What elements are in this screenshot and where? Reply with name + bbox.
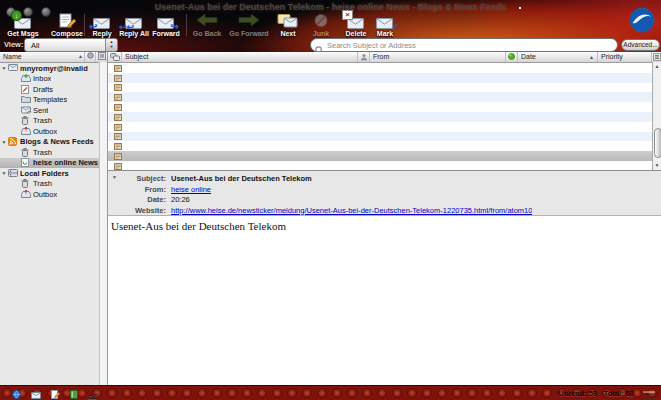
website-link[interactable]: http://www.heise.de/newsticker/meldung/U… bbox=[171, 206, 532, 215]
subject-column-header[interactable]: Subject bbox=[122, 52, 358, 62]
from-column-header[interactable]: From bbox=[370, 52, 506, 62]
templates-icon bbox=[21, 95, 32, 104]
outbox-icon bbox=[21, 190, 32, 199]
message-row[interactable] bbox=[108, 73, 661, 83]
total-count: Total: 60 bbox=[604, 389, 634, 398]
toolbar-button-next[interactable]: Next bbox=[271, 13, 305, 37]
message-row[interactable] bbox=[108, 141, 661, 151]
date-label: Date: bbox=[122, 195, 166, 206]
message-row[interactable] bbox=[108, 112, 661, 122]
trash-icon bbox=[21, 148, 32, 157]
from-link[interactable]: heise online bbox=[171, 185, 211, 194]
chatzilla-component-icon[interactable]: cZ bbox=[88, 389, 97, 398]
total-column-icon[interactable] bbox=[95, 52, 107, 62]
folder-item-label: Outbox bbox=[33, 127, 57, 136]
article-icon bbox=[114, 113, 122, 121]
toolbar-button-go-forward: Go Forward bbox=[227, 13, 271, 37]
message-row[interactable] bbox=[108, 151, 661, 161]
seamonkey-logo-icon[interactable] bbox=[629, 7, 655, 37]
view-dropdown-value: All bbox=[31, 41, 39, 50]
status-column-header[interactable] bbox=[358, 52, 370, 62]
search-input[interactable]: Search Subject or Address bbox=[310, 38, 618, 52]
collapse-header-twisty-icon[interactable]: ▼ bbox=[112, 174, 117, 180]
navigator-component-icon[interactable] bbox=[12, 389, 21, 398]
column-picker-button[interactable] bbox=[652, 52, 661, 62]
next-icon bbox=[276, 13, 300, 29]
twisty-expanded-icon[interactable]: ▼ bbox=[0, 139, 8, 145]
composer-component-icon[interactable] bbox=[51, 389, 60, 398]
folder-item-outbox-local[interactable]: Outbox bbox=[0, 189, 107, 200]
trash-icon bbox=[21, 179, 32, 188]
view-label: View: bbox=[4, 40, 23, 49]
toolbar-button-label: Compose bbox=[46, 30, 88, 37]
unread-column-header[interactable] bbox=[506, 52, 518, 62]
folder-item-trash-local[interactable]: Trash bbox=[0, 179, 107, 190]
folder-item-blogs-news-feeds[interactable]: ▼Blogs & News Feeds bbox=[0, 137, 107, 148]
toolbar-button-label: Junk bbox=[307, 30, 335, 37]
status-bar: cZ Unread: 59 Total: 60 bbox=[0, 385, 661, 400]
folder-item-heise-online-news[interactable]: heise online News (59) bbox=[0, 158, 107, 169]
toolbar-button-mark[interactable]: ✓Mark bbox=[370, 13, 400, 37]
folder-item-label: mnyromyr@invalid bbox=[20, 64, 88, 73]
toolbar-button-compose[interactable]: Compose bbox=[46, 13, 88, 37]
toolbar-button-label: Go Forward bbox=[227, 30, 271, 37]
folder-item-label: heise online News (59) bbox=[33, 158, 107, 167]
priority-column-header[interactable]: Priority bbox=[598, 52, 652, 62]
message-row[interactable] bbox=[108, 132, 661, 142]
article-icon bbox=[114, 83, 122, 91]
folder-item-outbox-account[interactable]: Outbox bbox=[0, 126, 107, 137]
folder-item-trash-feeds[interactable]: Trash bbox=[0, 147, 107, 158]
toolbar-button-forward[interactable]: ↪Forward bbox=[148, 13, 184, 37]
rss-icon bbox=[8, 137, 19, 146]
thread-column-header[interactable] bbox=[108, 52, 122, 62]
address-book-component-icon[interactable] bbox=[70, 389, 78, 398]
get-mail-icon: ↓ bbox=[11, 13, 35, 29]
folder-pane-header[interactable]: Name ▲ bbox=[0, 52, 107, 63]
folder-item-sent[interactable]: Sent bbox=[0, 105, 107, 116]
message-row[interactable] bbox=[108, 63, 661, 73]
folder-item-inbox[interactable]: Inbox bbox=[0, 74, 107, 85]
folder-item-local-folders[interactable]: ▼Local Folders bbox=[0, 168, 107, 179]
message-body: Usenet-Aus bei der Deutschen Telekom bbox=[108, 216, 661, 385]
date-column-header[interactable]: Date▲ bbox=[518, 52, 598, 62]
resize-grip[interactable] bbox=[643, 391, 655, 399]
folder-pane: Name ▲ ▼mnyromyr@invalidInboxDraftsTempl… bbox=[0, 52, 108, 385]
folder-item-label: Templates bbox=[33, 95, 67, 104]
message-row[interactable] bbox=[108, 122, 661, 132]
folder-item-label: Sent bbox=[33, 106, 48, 115]
subject-label: Subject: bbox=[122, 174, 166, 185]
website-label: Website: bbox=[122, 206, 166, 217]
message-list-scrollbar[interactable]: ▲ ▼ bbox=[652, 62, 661, 170]
twisty-expanded-icon[interactable]: ▼ bbox=[0, 65, 8, 71]
mail-component-icon[interactable] bbox=[31, 389, 41, 398]
twisty-expanded-icon[interactable]: ▼ bbox=[0, 170, 8, 176]
folder-item-account-mnyromyr[interactable]: ▼mnyromyr@invalid bbox=[0, 63, 107, 74]
view-dropdown[interactable]: All ▲▼ bbox=[24, 38, 118, 52]
toolbar-button-reply[interactable]: ↩Reply bbox=[87, 13, 117, 37]
outbox-icon bbox=[21, 127, 32, 136]
message-date: 20:26 bbox=[171, 195, 532, 206]
toolbar-button-get-msgs[interactable]: ↓Get Msgs bbox=[2, 13, 44, 37]
folder-item-trash-account[interactable]: Trash bbox=[0, 116, 107, 127]
search-placeholder: Search Subject or Address bbox=[327, 41, 416, 50]
folder-item-drafts[interactable]: Drafts bbox=[0, 84, 107, 95]
message-row[interactable] bbox=[108, 102, 661, 112]
advanced-search-button[interactable]: Advanced... bbox=[621, 39, 660, 51]
scrollbar-thumb[interactable] bbox=[654, 128, 661, 158]
message-row[interactable] bbox=[108, 83, 661, 93]
thread-icon bbox=[110, 55, 120, 62]
folder-item-templates[interactable]: Templates bbox=[0, 95, 107, 106]
toolbar-button-junk: Junk bbox=[307, 13, 335, 37]
unread-dot-icon bbox=[508, 54, 515, 61]
scroll-down-arrow-icon[interactable]: ▼ bbox=[653, 161, 661, 170]
toolbar-button-delete[interactable]: ×Delete bbox=[338, 13, 374, 37]
folder-item-label: Drafts bbox=[33, 85, 53, 94]
message-row[interactable] bbox=[108, 92, 661, 102]
scroll-up-arrow-icon[interactable]: ▲ bbox=[653, 62, 661, 71]
mark-icon: ✓ bbox=[373, 13, 397, 29]
message-list-header: Subject From Date▲ Priority bbox=[108, 52, 661, 63]
toolbar-button-label: Go Back bbox=[189, 30, 225, 37]
component-bar: cZ bbox=[12, 388, 97, 399]
folder-pane-scrollbar[interactable] bbox=[99, 62, 107, 385]
message-subject: Usenet-Aus bei der Deutschen Telekom bbox=[171, 174, 532, 185]
